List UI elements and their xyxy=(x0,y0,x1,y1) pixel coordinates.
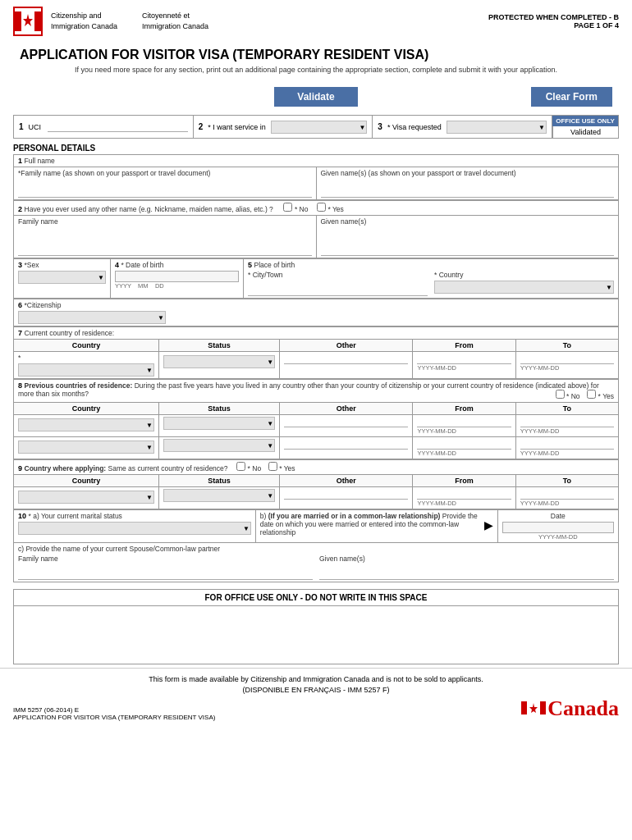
prev-to-1-input[interactable] xyxy=(520,417,614,427)
office-use-bottom-label: FOR OFFICE USE ONLY - DO NOT WRITE IN TH… xyxy=(14,590,618,606)
city-input[interactable] xyxy=(248,285,428,296)
applying-yes-checkbox[interactable] xyxy=(268,462,277,471)
current-from-input[interactable] xyxy=(417,354,511,364)
citizenship-select[interactable] xyxy=(18,311,166,324)
section8-num: 8 xyxy=(18,381,22,390)
col-status-9: Status xyxy=(158,475,279,487)
other-given-name-label: Given name(s) xyxy=(321,217,615,226)
col-other-8: Other xyxy=(280,403,413,415)
section5-num: 5 xyxy=(248,261,252,269)
applying-status-select[interactable] xyxy=(163,489,275,502)
prev-country-1-select[interactable] xyxy=(18,418,154,431)
form-title: APPLICATION FOR VISITOR VISA (TEMPORARY … xyxy=(20,48,612,62)
other-given-name-input[interactable] xyxy=(321,245,615,256)
form-subtitle: If you need more space for any section, … xyxy=(20,66,612,74)
office-use-label: OFFICE USE ONLY xyxy=(552,116,618,126)
col-to-7: To xyxy=(515,340,618,352)
canada-wordmark: Canada xyxy=(547,696,619,721)
visa-label: * Visa requested xyxy=(387,123,442,131)
dob-hint: YYYY MM DD xyxy=(115,282,239,290)
svg-rect-1 xyxy=(34,11,41,31)
section2-num: 2 xyxy=(18,205,22,213)
section7-num: 7 xyxy=(18,329,22,337)
prev-country-2-select[interactable] xyxy=(18,441,154,454)
current-country-select[interactable] xyxy=(18,363,154,377)
col-country-9: Country xyxy=(14,475,159,487)
other-name-yes-checkbox[interactable] xyxy=(317,203,326,212)
spouse-given-input[interactable] xyxy=(319,569,614,580)
uci-label: UCI xyxy=(29,123,42,131)
prev-from-2-input[interactable] xyxy=(417,439,511,450)
form-name-footer: APPLICATION FOR VISITOR VISA (TEMPORARY … xyxy=(13,714,215,721)
prev-status-1-select[interactable] xyxy=(163,417,275,430)
col-country-7: Country xyxy=(14,340,159,352)
clear-form-button[interactable]: Clear Form xyxy=(531,87,612,107)
service-field-num: 2 xyxy=(199,122,204,131)
col-to-8: To xyxy=(515,403,618,415)
prev-countries-yes-checkbox[interactable] xyxy=(587,390,596,399)
current-to-input[interactable] xyxy=(520,354,614,364)
col-other-9: Other xyxy=(280,475,413,487)
svg-rect-0 xyxy=(15,11,21,31)
col-to-9: To xyxy=(515,475,618,487)
country-birth-label: * Country xyxy=(434,271,614,279)
current-status-select[interactable] xyxy=(163,355,275,368)
given-name-label: Given name(s) (as shown on your passport… xyxy=(321,169,615,177)
spouse-family-input[interactable] xyxy=(18,569,313,580)
current-other-input[interactable] xyxy=(284,354,408,364)
marital-date-label: b) (If you are married or in a common-la… xyxy=(260,512,478,536)
visa-select[interactable]: Single Entry Multiple Entry xyxy=(447,121,547,134)
prev-to-2-input[interactable] xyxy=(520,439,614,450)
footer-line2: (DISPONIBLE EN FRANÇAIS - IMM 5257 F) xyxy=(13,686,619,694)
marital-date-input[interactable] xyxy=(502,522,614,533)
form-id: IMM 5257 (06-2014) E xyxy=(13,706,215,714)
visa-field-num: 3 xyxy=(378,122,382,131)
service-select[interactable]: English French xyxy=(271,121,368,134)
spouse-family-label: Family name xyxy=(18,555,313,563)
other-family-name-input[interactable] xyxy=(18,245,312,256)
uci-field-num: 1 xyxy=(19,122,24,131)
other-name-no-checkbox[interactable] xyxy=(283,203,292,212)
service-label: * I want service in xyxy=(208,123,266,131)
prev-from-1-input[interactable] xyxy=(417,417,511,427)
citizenship-label: *Citizenship xyxy=(25,301,62,309)
section10-num: 10 xyxy=(18,512,26,520)
applying-no-checkbox[interactable] xyxy=(236,462,245,471)
dob-label: * Date of birth xyxy=(121,261,163,269)
prev-countries-no-checkbox[interactable] xyxy=(556,390,565,399)
dept-name-fr: Citoyenneté et Immigration Canada xyxy=(142,11,208,31)
section3-num: 3 xyxy=(18,261,22,269)
applying-from-input[interactable] xyxy=(417,489,511,500)
marital-status-select[interactable]: Single Married Common-Law Divorced Widow… xyxy=(18,522,251,535)
col-other-7: Other xyxy=(280,340,413,352)
protected-label: PROTECTED WHEN COMPLETED - B PAGE 1 OF 4 xyxy=(488,13,619,30)
prev-other-2-input[interactable] xyxy=(284,439,408,450)
family-name-input[interactable] xyxy=(18,187,312,198)
country-birth-select[interactable] xyxy=(434,281,614,294)
arrow-icon: ▶ xyxy=(484,518,493,532)
sex-select[interactable]: Male Female xyxy=(18,271,106,284)
applying-country-select[interactable] xyxy=(18,491,154,504)
prev-status-2-select[interactable] xyxy=(163,439,275,452)
uci-input[interactable] xyxy=(48,121,188,132)
marital-label: * a) Your current marital status xyxy=(29,512,122,520)
city-label: * City/Town xyxy=(248,271,428,279)
validated-label: Validated xyxy=(552,126,618,138)
other-family-name-label: Family name xyxy=(18,217,312,226)
prev-other-1-input[interactable] xyxy=(284,417,408,427)
section1-label: Full name xyxy=(25,157,55,165)
col-status-8: Status xyxy=(158,403,279,415)
col-from-8: From xyxy=(413,403,515,415)
country-applying-label: Country where applying: Same as current … xyxy=(25,464,228,472)
col-country-8: Country xyxy=(14,403,159,415)
given-name-input[interactable] xyxy=(321,187,615,198)
validate-button[interactable]: Validate xyxy=(274,87,357,107)
applying-to-input[interactable] xyxy=(520,489,614,500)
applying-other-input[interactable] xyxy=(284,489,408,500)
col-from-9: From xyxy=(413,475,515,487)
spouse-label-c: c) Provide the name of your current Spou… xyxy=(18,545,614,553)
date-label: Date xyxy=(502,512,614,520)
dob-input[interactable] xyxy=(115,271,239,282)
svg-rect-4 xyxy=(521,701,527,714)
svg-rect-5 xyxy=(540,701,546,714)
